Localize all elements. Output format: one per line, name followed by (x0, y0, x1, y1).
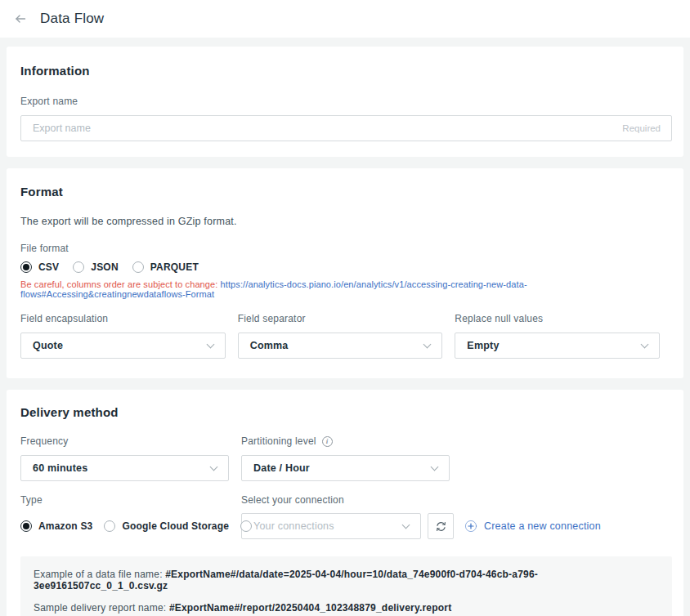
file-name-examples-box: Example of a data file name: #ExportName… (20, 556, 672, 616)
back-button[interactable] (12, 11, 29, 27)
delivery-row-1: Frequency 60 minutes Partitioning level … (20, 435, 672, 481)
field-separator-label: Field separator (238, 313, 443, 324)
information-card: Information Export name Required (7, 47, 683, 157)
radio-circle-icon (20, 520, 32, 532)
file-format-radio-group: CSV JSON PARQUET (20, 261, 672, 273)
create-connection-label: Create a new connection (484, 520, 601, 532)
field-separator-col: Field separator Comma (238, 313, 443, 359)
page-title: Data Flow (40, 11, 104, 27)
chevron-down-icon (432, 465, 438, 471)
connection-placeholder: Your connections (253, 520, 334, 532)
report-name-label: Sample delivery report name: (34, 602, 166, 614)
field-separator-select[interactable]: Comma (238, 333, 443, 359)
radio-csv-label: CSV (38, 261, 59, 273)
radio-google-cloud-storage[interactable]: Google Cloud Storage (104, 520, 229, 532)
delivery-row-2: Type Amazon S3 Google Cloud Storage FTP … (20, 494, 672, 539)
required-hint: Required (622, 123, 661, 133)
format-title: Format (20, 185, 672, 199)
export-name-field-wrap: Required (20, 115, 672, 141)
replace-null-select[interactable]: Empty (455, 333, 660, 359)
format-card: Format The export will be compressed in … (7, 168, 683, 378)
radio-circle-icon (104, 520, 115, 532)
delivery-method-card: Delivery method Frequency 60 minutes Par… (7, 390, 683, 616)
chevron-down-icon (403, 523, 410, 529)
info-icon[interactable]: i (322, 436, 333, 447)
radio-json[interactable]: JSON (73, 261, 118, 273)
warning-text: Be careful, columns order are subject to… (20, 279, 217, 289)
field-encapsulation-select[interactable]: Quote (20, 333, 226, 359)
export-name-input[interactable] (20, 115, 672, 141)
type-radio-group: Amazon S3 Google Cloud Storage FTP (20, 513, 241, 539)
radio-amazon-s3-label: Amazon S3 (38, 520, 92, 532)
partitioning-select[interactable]: Date / Hour (241, 455, 450, 481)
chevron-down-icon (424, 342, 431, 349)
frequency-select[interactable]: 60 minutes (20, 455, 229, 481)
radio-circle-icon (20, 261, 32, 273)
chevron-down-icon (642, 342, 648, 349)
radio-amazon-s3[interactable]: Amazon S3 (20, 520, 92, 532)
frequency-col: Frequency 60 minutes (20, 435, 229, 481)
partitioning-value: Date / Hour (253, 462, 310, 474)
field-encapsulation-label: Field encapsulation (20, 313, 226, 324)
partitioning-label-text: Partitioning level (241, 435, 316, 447)
radio-json-label: JSON (91, 261, 118, 273)
example-file-line: Example of a data file name: #ExportName… (34, 569, 659, 591)
file-format-label: File format (20, 243, 672, 254)
radio-parquet[interactable]: PARQUET (132, 261, 199, 273)
frequency-label: Frequency (20, 435, 229, 447)
field-encapsulation-col: Field encapsulation Quote (20, 313, 226, 359)
report-name-value: #ExportName#/report/20250404_102348879_d… (169, 602, 451, 614)
partitioning-col: Partitioning level i Date / Hour (241, 435, 450, 481)
radio-circle-icon (73, 261, 84, 273)
radio-csv[interactable]: CSV (20, 261, 59, 273)
replace-null-col: Replace null values Empty (455, 313, 660, 359)
report-name-line: Sample delivery report name: #ExportName… (34, 602, 659, 614)
format-options-row: Field encapsulation Quote Field separato… (20, 313, 672, 359)
connection-select[interactable]: Your connections (241, 513, 421, 539)
chevron-down-icon (211, 465, 217, 471)
chevron-down-icon (208, 342, 214, 349)
radio-google-cloud-storage-label: Google Cloud Storage (122, 520, 229, 532)
partitioning-label: Partitioning level i (241, 435, 450, 447)
connection-col: Select your connection Your connections (241, 494, 672, 539)
columns-order-warning: Be careful, columns order are subject to… (20, 279, 672, 299)
field-separator-value: Comma (250, 340, 289, 351)
frequency-value: 60 minutes (33, 462, 87, 474)
page-header: Data Flow (0, 0, 690, 38)
refresh-icon (435, 520, 447, 533)
replace-null-label: Replace null values (455, 313, 660, 324)
connection-label: Select your connection (241, 494, 672, 506)
create-connection-link[interactable]: Create a new connection (464, 520, 601, 533)
arrow-left-icon (14, 12, 27, 25)
replace-null-value: Empty (467, 340, 499, 351)
delivery-title: Delivery method (20, 405, 672, 419)
export-name-label: Export name (20, 96, 672, 107)
refresh-connections-button[interactable] (428, 513, 454, 539)
connection-controls: Your connections Crea (241, 513, 672, 539)
information-title: Information (20, 64, 672, 78)
example-file-label: Example of a data file name: (34, 569, 163, 580)
radio-circle-icon (132, 261, 144, 273)
plus-circle-icon (464, 520, 477, 533)
radio-parquet-label: PARQUET (150, 261, 199, 273)
type-label: Type (20, 494, 241, 506)
field-encapsulation-value: Quote (33, 340, 63, 351)
type-col: Type Amazon S3 Google Cloud Storage FTP (20, 494, 241, 539)
gzip-note: The export will be compressed in GZip fo… (20, 216, 672, 227)
